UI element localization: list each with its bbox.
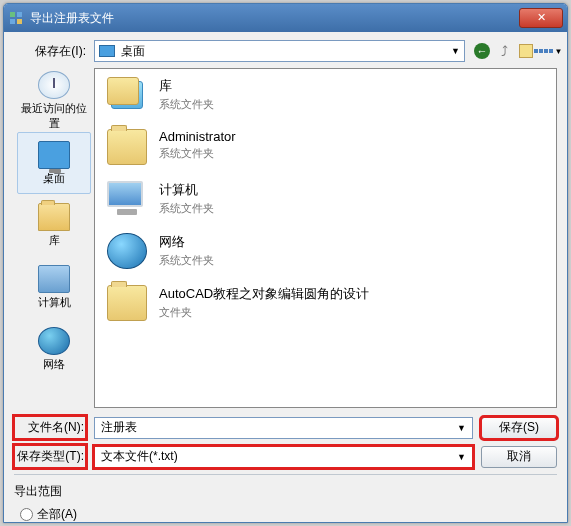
filetype-value: 文本文件(*.txt) xyxy=(101,448,178,465)
toolbar: ← ⤴ ▼ xyxy=(473,42,557,60)
place-network[interactable]: 网络 xyxy=(17,318,91,380)
place-desktop[interactable]: 桌面 xyxy=(17,132,91,194)
filetype-label: 保存类型(T): xyxy=(14,445,86,468)
list-item[interactable]: AutoCAD教程之对象编辑圆角的设计文件夹 xyxy=(95,277,556,329)
save-in-combo[interactable]: 桌面 ▼ xyxy=(94,40,465,62)
filename-input[interactable]: 注册表 ▼ xyxy=(94,417,473,439)
item-type: 系统文件夹 xyxy=(159,201,214,216)
computer-icon xyxy=(107,181,147,217)
radio-all[interactable]: 全部(A) xyxy=(20,506,557,523)
place-label: 桌面 xyxy=(43,171,65,186)
place-label: 计算机 xyxy=(38,295,71,310)
filename-label: 文件名(N): xyxy=(14,416,86,439)
close-button[interactable]: ✕ xyxy=(519,8,563,28)
radio-all-input[interactable] xyxy=(20,508,33,521)
filename-value: 注册表 xyxy=(101,419,137,436)
item-type: 文件夹 xyxy=(159,305,369,320)
libraries-icon xyxy=(107,77,147,113)
titlebar[interactable]: 导出注册表文件 ✕ xyxy=(4,4,567,32)
desktop-icon xyxy=(99,45,115,57)
bottom-rows: 文件名(N): 注册表 ▼ 保存(S) 保存类型(T): 文本文件(*.txt)… xyxy=(14,416,557,468)
places-bar: 最近访问的位置 桌面 库 计算机 网络 xyxy=(14,68,94,408)
item-name: AutoCAD教程之对象编辑圆角的设计 xyxy=(159,285,369,303)
mid-area: 最近访问的位置 桌面 库 计算机 网络 xyxy=(14,68,557,408)
chevron-down-icon: ▼ xyxy=(451,46,460,56)
title-text: 导出注册表文件 xyxy=(30,10,519,27)
save-button[interactable]: 保存(S) xyxy=(481,417,557,439)
item-name: 计算机 xyxy=(159,181,214,199)
export-range-title: 导出范围 xyxy=(14,483,557,500)
chevron-down-icon: ▼ xyxy=(457,423,466,433)
recent-icon xyxy=(38,71,70,99)
list-item[interactable]: Administrator系统文件夹 xyxy=(95,121,556,173)
list-item[interactable]: 库系统文件夹 xyxy=(95,69,556,121)
item-type: 系统文件夹 xyxy=(159,253,214,268)
item-name: Administrator xyxy=(159,129,236,144)
dialog-window: 导出注册表文件 ✕ 保存在(I): 桌面 ▼ ← ⤴ ▼ 最近访问的位置 xyxy=(3,3,568,523)
up-button[interactable]: ⤴ xyxy=(495,42,513,60)
app-icon xyxy=(8,10,24,26)
svg-rect-3 xyxy=(17,19,22,24)
place-recent[interactable]: 最近访问的位置 xyxy=(17,70,91,132)
back-button[interactable]: ← xyxy=(473,42,491,60)
svg-rect-2 xyxy=(10,19,15,24)
export-range-group: 导出范围 全部(A) 所选分支(E) HKEY_LOCAL_MACHINE\SO… xyxy=(14,483,557,526)
desktop-place-icon xyxy=(38,141,70,169)
place-computer[interactable]: 计算机 xyxy=(17,256,91,318)
network-icon xyxy=(38,327,70,355)
save-in-row: 保存在(I): 桌面 ▼ ← ⤴ ▼ xyxy=(14,40,557,62)
item-name: 库 xyxy=(159,77,214,95)
place-label: 网络 xyxy=(43,357,65,372)
list-item[interactable]: 计算机系统文件夹 xyxy=(95,173,556,225)
folder-icon xyxy=(107,285,147,321)
place-libraries[interactable]: 库 xyxy=(17,194,91,256)
file-list[interactable]: 库系统文件夹 Administrator系统文件夹 计算机系统文件夹 网络系统文… xyxy=(94,68,557,408)
filetype-combo[interactable]: 文本文件(*.txt) ▼ xyxy=(94,446,473,468)
chevron-down-icon: ▼ xyxy=(457,452,466,462)
place-label: 最近访问的位置 xyxy=(18,101,90,131)
folder-icon xyxy=(107,129,147,165)
item-type: 系统文件夹 xyxy=(159,146,236,161)
dialog-body: 保存在(I): 桌面 ▼ ← ⤴ ▼ 最近访问的位置 xyxy=(4,32,567,520)
computer-icon xyxy=(38,265,70,293)
item-name: 网络 xyxy=(159,233,214,251)
save-in-label: 保存在(I): xyxy=(14,43,86,60)
place-label: 库 xyxy=(49,233,60,248)
svg-rect-1 xyxy=(17,12,22,17)
separator xyxy=(14,474,557,475)
cancel-button[interactable]: 取消 xyxy=(481,446,557,468)
new-folder-button[interactable] xyxy=(517,42,535,60)
list-item[interactable]: 网络系统文件夹 xyxy=(95,225,556,277)
item-type: 系统文件夹 xyxy=(159,97,214,112)
svg-rect-0 xyxy=(10,12,15,17)
save-in-value: 桌面 xyxy=(121,43,145,60)
network-icon xyxy=(107,233,147,269)
radio-all-label: 全部(A) xyxy=(37,506,77,523)
view-menu-button[interactable]: ▼ xyxy=(539,42,557,60)
folder-icon xyxy=(38,203,70,231)
